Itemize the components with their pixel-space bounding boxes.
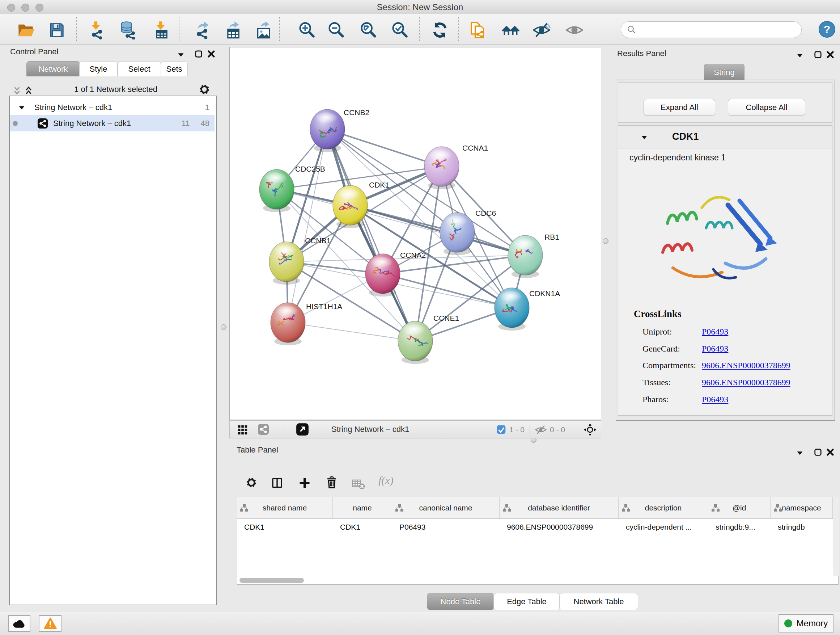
export-image-icon xyxy=(255,21,273,40)
tab-network-table[interactable]: Network Table xyxy=(559,593,638,610)
results-panel-collapse-icon[interactable] xyxy=(796,51,804,59)
crosslink-link[interactable]: 9606.ENSP00000378699 xyxy=(702,361,790,371)
column-header-canonical-name[interactable]: canonical name xyxy=(392,497,500,519)
zoom-in-button[interactable] xyxy=(297,20,317,40)
protein-expander-icon[interactable] xyxy=(640,133,648,141)
network-graph[interactable]: CCNB2CCNA1CDC25BCDK1CDC6RB1CCNB1CCNA2CDK… xyxy=(229,47,601,420)
network-node-CCNA2[interactable] xyxy=(365,254,400,296)
column-header-namespace[interactable]: namespace xyxy=(771,497,833,519)
table-cell[interactable]: CDK1 xyxy=(333,519,392,535)
network-collection-row[interactable]: String Network – cdk1 1 xyxy=(10,100,215,115)
table-panel-collapse-icon[interactable] xyxy=(796,449,804,457)
right-splitter-grip[interactable] xyxy=(603,238,608,244)
network-row-selected[interactable]: String Network – cdk1 11 48 xyxy=(10,115,215,131)
hide-selected-button[interactable] xyxy=(531,20,552,40)
delete-column-icon[interactable] xyxy=(325,476,339,489)
export-image-button[interactable] xyxy=(254,20,274,40)
crosslink-link[interactable]: P06493 xyxy=(702,344,728,354)
tab-node-table[interactable]: Node Table xyxy=(427,593,494,610)
network-node-RB1[interactable] xyxy=(508,235,543,278)
crosslink-link[interactable]: P06493 xyxy=(702,327,728,337)
results-panel-float-icon[interactable] xyxy=(814,51,822,59)
first-neighbors-button[interactable] xyxy=(501,20,521,40)
import-table-button[interactable] xyxy=(151,20,172,40)
import-network-file-button[interactable] xyxy=(87,20,107,40)
collapse-all-tree-icon[interactable] xyxy=(12,86,22,96)
left-splitter-grip[interactable] xyxy=(221,325,226,330)
export-network-button[interactable] xyxy=(193,20,213,40)
collection-expander-icon[interactable] xyxy=(18,103,26,111)
crosslink-link[interactable]: P06493 xyxy=(702,394,728,404)
search-box xyxy=(621,21,802,38)
table-cell[interactable]: 9606.ENSP00000378699 xyxy=(500,519,619,535)
create-column-icon[interactable] xyxy=(298,477,311,489)
hidden-eye-slash-icon[interactable] xyxy=(535,424,547,436)
zoom-in-icon xyxy=(297,21,316,40)
control-panel-close-icon[interactable] xyxy=(207,50,215,58)
new-network-from-selection-button[interactable] xyxy=(467,20,488,40)
search-input[interactable] xyxy=(640,25,801,35)
table-horizontal-scrollbar[interactable] xyxy=(240,578,304,583)
table-cell[interactable]: cyclin-dependent ... xyxy=(619,519,708,535)
column-header--id[interactable]: @id xyxy=(708,497,771,519)
column-header-description[interactable]: description xyxy=(619,497,708,519)
results-panel-title: Results Panel xyxy=(617,49,666,58)
table-panel-close-icon[interactable] xyxy=(826,448,834,456)
crosslink-row: GeneCard:P06493 xyxy=(643,344,827,354)
grid-view-icon[interactable] xyxy=(237,424,248,435)
tab-select[interactable]: Select xyxy=(118,61,161,76)
control-panel-float-icon[interactable] xyxy=(195,50,202,58)
network-options-gear-icon[interactable] xyxy=(198,83,210,96)
table-cell[interactable]: stringdb xyxy=(771,519,833,535)
table-cell[interactable]: stringdb:9... xyxy=(708,519,771,535)
crosslink-link[interactable]: 9606.ENSP00000378699 xyxy=(702,378,790,387)
open-session-button[interactable] xyxy=(16,20,36,40)
open-in-browser-icon[interactable] xyxy=(296,423,309,436)
save-session-button[interactable] xyxy=(47,20,67,40)
save-icon xyxy=(47,21,66,40)
table-cell[interactable]: CDK1 xyxy=(237,519,333,535)
table-vertical-scrollbar[interactable] xyxy=(833,497,838,576)
network-node-CDC25B[interactable] xyxy=(259,169,294,212)
cloud-button[interactable] xyxy=(8,615,30,632)
tab-string[interactable]: String xyxy=(704,64,745,80)
zoom-fit-button[interactable] xyxy=(358,20,378,40)
network-node-HIST1H1A[interactable] xyxy=(271,302,305,345)
zoom-selected-button[interactable] xyxy=(390,20,410,40)
tab-style[interactable]: Style xyxy=(79,61,118,76)
show-columns-icon[interactable] xyxy=(271,477,284,489)
column-header-shared-name[interactable]: shared name xyxy=(237,497,333,519)
show-all-button[interactable] xyxy=(564,20,584,40)
memory-button[interactable]: Memory xyxy=(778,614,834,632)
import-network-database-button[interactable] xyxy=(118,20,138,40)
string-style-icon[interactable] xyxy=(257,424,269,435)
column-header-database-identifier[interactable]: database identifier xyxy=(500,497,619,519)
collapse-all-button[interactable]: Collapse All xyxy=(728,99,805,116)
selected-checkbox-icon[interactable] xyxy=(496,424,506,434)
network-node-CCNB1[interactable] xyxy=(269,242,304,285)
column-header-name[interactable]: name xyxy=(333,497,392,519)
network-node-CCNA1[interactable] xyxy=(424,147,459,189)
warnings-button[interactable] xyxy=(39,615,62,632)
expand-all-tree-icon[interactable] xyxy=(24,86,33,96)
protein-section-header[interactable] xyxy=(618,126,832,149)
tab-edge-table[interactable]: Edge Table xyxy=(493,593,560,610)
hidden-count: 0 - 0 xyxy=(550,425,565,434)
tab-sets[interactable]: Sets xyxy=(161,61,188,76)
network-node-CCNE1[interactable] xyxy=(398,321,433,364)
help-button[interactable]: ? xyxy=(818,21,836,38)
crosslink-label: Pharos: xyxy=(643,394,668,404)
table-cell[interactable]: P06493 xyxy=(392,519,500,535)
control-panel-collapse-icon[interactable] xyxy=(177,51,185,59)
table-panel-float-icon[interactable] xyxy=(814,448,822,456)
birds-eye-crosshair-icon[interactable] xyxy=(583,423,597,437)
network-node-CDKN1A[interactable] xyxy=(494,288,529,331)
tab-network[interactable]: Network xyxy=(27,61,80,76)
network-node-CCNB2[interactable] xyxy=(310,109,345,152)
results-panel-close-icon[interactable] xyxy=(826,51,834,59)
expand-all-button[interactable]: Expand All xyxy=(644,99,715,116)
zoom-out-button[interactable] xyxy=(326,20,346,40)
export-table-button[interactable] xyxy=(223,20,243,40)
table-options-gear-icon[interactable] xyxy=(245,477,257,489)
apply-layout-button[interactable] xyxy=(430,20,450,40)
